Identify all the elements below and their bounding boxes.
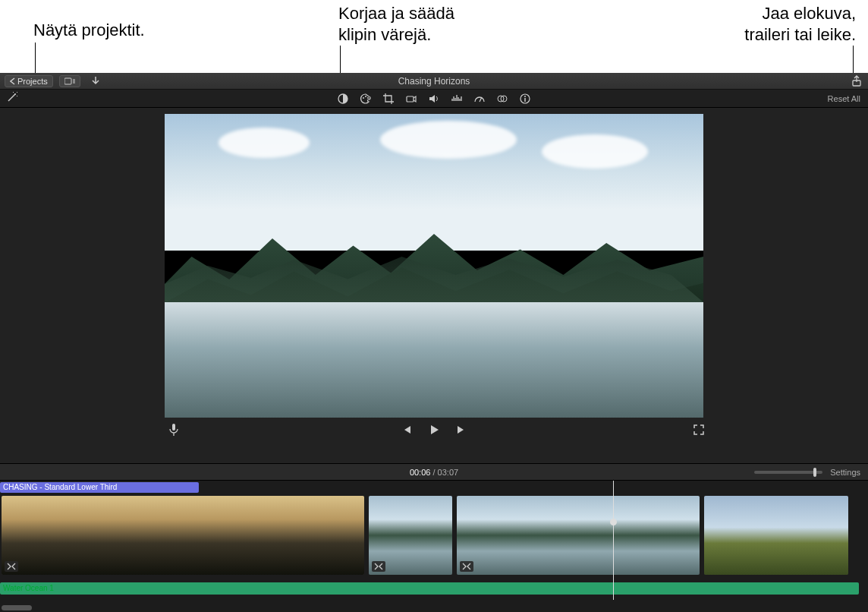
- callout-projects: Näytä projektit.: [33, 20, 145, 41]
- audio-label: Water Ocean 1: [3, 584, 54, 592]
- timeline-header-right: Settings: [754, 468, 868, 477]
- color-correction-button[interactable]: [360, 93, 372, 105]
- preview-water: [165, 302, 703, 418]
- transition-icon: [7, 563, 16, 570]
- fullscreen-icon: [693, 424, 705, 436]
- clip-filter-button[interactable]: [496, 93, 508, 105]
- clip-thumbnail: [457, 496, 700, 575]
- next-button[interactable]: [454, 423, 468, 437]
- svg-point-4: [363, 97, 364, 99]
- svg-rect-0: [64, 78, 71, 84]
- skip-forward-icon: [455, 424, 467, 436]
- adjust-left: [0, 91, 18, 106]
- viewer: [0, 108, 868, 463]
- transition-icon: [462, 563, 471, 570]
- title-clip[interactable]: CHASING - Standard Lower Third: [0, 482, 199, 493]
- download-arrow-icon: [91, 76, 100, 87]
- svg-point-5: [365, 96, 366, 97]
- transition-badge[interactable]: [460, 561, 473, 572]
- media-icon: [64, 77, 75, 85]
- zoom-slider[interactable]: [754, 471, 822, 474]
- fullscreen-button[interactable]: [692, 423, 706, 437]
- voiceover-button[interactable]: [167, 423, 181, 437]
- noise-reduction-button[interactable]: [451, 93, 463, 105]
- adjustment-toolbar: Reset All: [0, 90, 868, 108]
- transition-badge[interactable]: [5, 561, 18, 572]
- magic-wand-button[interactable]: [6, 91, 18, 103]
- settings-button[interactable]: Settings: [830, 468, 860, 477]
- microphone-icon: [168, 423, 179, 437]
- speedometer-icon: [473, 93, 486, 105]
- svg-point-2: [14, 93, 16, 95]
- current-time: 00:06: [410, 468, 431, 477]
- reset-all-button[interactable]: Reset All: [828, 94, 868, 103]
- svg-point-11: [524, 96, 526, 97]
- preview-sky: [165, 114, 703, 251]
- media-button[interactable]: [59, 75, 80, 87]
- skip-back-icon: [401, 424, 413, 436]
- play-button[interactable]: [427, 423, 441, 437]
- timeline[interactable]: CHASING - Standard Lower Third Water Oce…: [0, 480, 868, 612]
- total-time: 03:07: [438, 468, 459, 477]
- horizontal-scrollbar[interactable]: [2, 605, 32, 610]
- callout-color: Korjaa ja säädä klipin värejä.: [338, 3, 454, 45]
- info-icon: [519, 93, 531, 105]
- clip-thumbnail: [704, 496, 848, 575]
- clip-thumbnail: [2, 496, 364, 575]
- chevron-left-icon: [10, 77, 15, 85]
- prev-button[interactable]: [400, 423, 414, 437]
- stabilization-button[interactable]: [405, 93, 417, 105]
- share-button[interactable]: [851, 75, 862, 87]
- equalizer-icon: [451, 93, 463, 105]
- callout-share: Jaa elokuva, traileri tai leike.: [744, 3, 856, 45]
- playhead[interactable]: [613, 481, 614, 600]
- magic-wand-icon: [6, 91, 18, 103]
- volume-button[interactable]: [428, 93, 440, 105]
- camera-icon: [405, 93, 417, 105]
- color-balance-button[interactable]: [337, 93, 349, 105]
- titlebar-right: [851, 75, 868, 87]
- crop-button[interactable]: [382, 93, 395, 105]
- crop-icon: [382, 93, 395, 105]
- play-icon: [428, 424, 440, 436]
- imovie-window: Projects Chasing Horizons: [0, 73, 868, 612]
- palette-icon: [360, 93, 372, 105]
- project-title: Chasing Horizons: [0, 76, 868, 87]
- import-button[interactable]: [86, 76, 105, 87]
- transition-icon: [374, 563, 383, 570]
- video-preview[interactable]: [165, 114, 703, 418]
- timecode: 00:06 / 03:07: [410, 468, 458, 477]
- video-clip[interactable]: [704, 496, 848, 575]
- projects-label: Projects: [17, 77, 48, 86]
- volume-icon: [428, 93, 440, 105]
- share-icon: [851, 75, 862, 87]
- titlebar-left: Projects: [0, 75, 105, 87]
- projects-button[interactable]: Projects: [5, 75, 53, 87]
- speed-button[interactable]: [473, 93, 486, 105]
- clips-row: [0, 496, 868, 575]
- titlebar: Projects Chasing Horizons: [0, 73, 868, 90]
- callout-line: [853, 46, 854, 76]
- adjust-center: [337, 93, 531, 105]
- video-clip[interactable]: [457, 496, 700, 575]
- timeline-header: 00:06 / 03:07 Settings: [0, 463, 868, 480]
- info-button[interactable]: [519, 93, 531, 105]
- svg-rect-12: [172, 424, 175, 431]
- video-clip[interactable]: [369, 496, 452, 575]
- video-clip[interactable]: [2, 496, 364, 575]
- svg-point-6: [367, 97, 369, 99]
- svg-rect-7: [407, 96, 414, 102]
- color-balance-icon: [337, 93, 349, 105]
- overlap-circles-icon: [496, 93, 508, 105]
- audio-clip[interactable]: Water Ocean 1: [0, 582, 859, 595]
- transport-controls: [0, 418, 868, 442]
- transition-badge[interactable]: [372, 561, 385, 572]
